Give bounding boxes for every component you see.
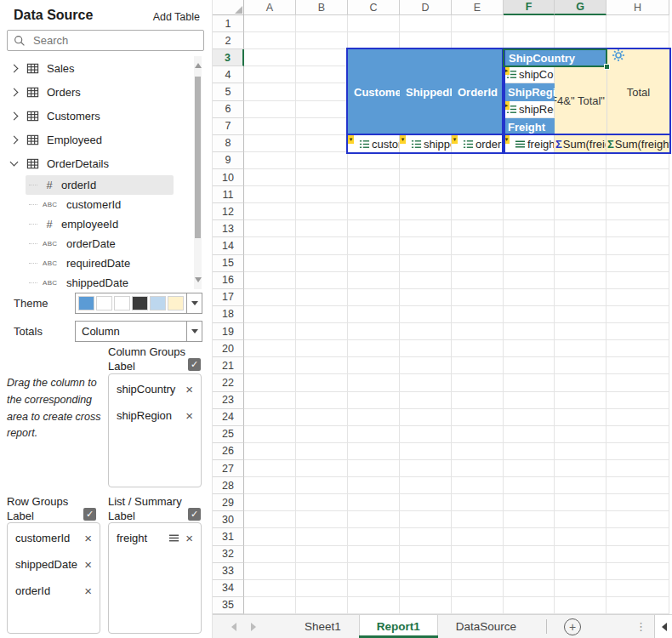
table-item-orders[interactable]: Orders <box>0 80 193 104</box>
group-chip-orderid[interactable]: orderId <box>15 582 92 599</box>
column-header-F[interactable]: F <box>504 0 555 15</box>
remove-icon[interactable] <box>84 558 92 571</box>
report-row-group-headers[interactable]: CustomerId ShippedDate OrderId <box>348 49 504 135</box>
remove-icon[interactable] <box>84 584 92 597</box>
report-header-freight[interactable]: Freight <box>504 118 555 135</box>
table-item-sales[interactable]: Sales <box>0 56 193 80</box>
chevron-right-icon[interactable] <box>10 111 19 120</box>
report-field-shipregion[interactable]: shipRegion <box>504 101 555 118</box>
row-groups-label-checkbox[interactable] <box>83 508 96 521</box>
report-field-shipcountry[interactable]: shipCountry <box>504 66 555 83</box>
row-header-14[interactable]: 14 <box>213 237 244 254</box>
next-sheet-icon[interactable] <box>251 623 260 631</box>
add-table-button[interactable]: Add Table <box>151 11 200 23</box>
theme-dropdown-button[interactable] <box>186 293 202 313</box>
row-header-12[interactable]: 12 <box>213 203 244 220</box>
report-detail-freight[interactable]: freight <box>504 135 555 152</box>
field-item-orderid[interactable]: #orderId <box>26 175 174 195</box>
remove-icon[interactable] <box>185 383 193 396</box>
totals-dropdown-button[interactable] <box>186 322 202 341</box>
tree-scrollbar[interactable] <box>194 56 202 289</box>
theme-swatch[interactable] <box>78 296 94 310</box>
row-header-28[interactable]: 28 <box>213 477 244 494</box>
scroll-up-icon[interactable] <box>195 60 202 68</box>
row-header-26[interactable]: 26 <box>213 443 244 460</box>
prev-sheet-icon[interactable] <box>227 623 236 631</box>
row-groups-box[interactable]: customerIdshippedDateorderId <box>7 522 100 634</box>
row-header-7[interactable]: 7 <box>213 118 244 135</box>
select-all-corner[interactable] <box>213 0 244 15</box>
field-item-orderdate[interactable]: ABCorderDate <box>26 234 174 253</box>
field-item-customerid[interactable]: ABCcustomerId <box>26 195 174 214</box>
column-header-B[interactable]: B <box>296 0 348 15</box>
field-item-requireddate[interactable]: ABCrequiredDate <box>26 253 174 273</box>
row-header-16[interactable]: 16 <box>213 272 244 289</box>
scrollbar-thumb[interactable] <box>195 77 201 238</box>
column-header-E[interactable]: E <box>452 0 504 15</box>
row-header-21[interactable]: 21 <box>213 357 244 374</box>
row-header-15[interactable]: 15 <box>213 255 244 272</box>
report-header-shippeddate[interactable]: ShippedDate <box>400 49 452 135</box>
add-sheet-button[interactable] <box>564 618 581 635</box>
row-header-13[interactable]: 13 <box>213 220 244 237</box>
report-detail-orderid[interactable]: orderId <box>452 135 504 152</box>
chevron-right-icon[interactable] <box>10 88 19 96</box>
group-chip-shipcountry[interactable]: shipCountry <box>117 380 193 397</box>
row-header-3[interactable]: 3 <box>213 49 244 66</box>
remove-icon[interactable] <box>185 532 193 544</box>
search-input[interactable] <box>31 33 197 48</box>
report-detail-shippeddate[interactable]: shippedDate <box>400 135 452 152</box>
row-header-30[interactable]: 30 <box>213 511 244 528</box>
row-header-10[interactable]: 10 <box>213 169 244 186</box>
row-header-11[interactable]: 11 <box>213 186 244 203</box>
remove-icon[interactable] <box>84 532 92 544</box>
row-header-4[interactable]: 4 <box>213 66 244 83</box>
field-item-shippeddate[interactable]: ABCshippedDate <box>26 273 174 293</box>
report-header-shipregion[interactable]: ShipRegion <box>504 83 555 101</box>
group-chip-freight[interactable]: freight <box>117 529 193 546</box>
row-header-20[interactable]: 20 <box>213 340 244 357</box>
column-header-D[interactable]: D <box>400 0 452 15</box>
scroll-down-icon[interactable] <box>195 277 202 286</box>
row-header-9[interactable]: 9 <box>213 152 244 169</box>
report-detail-customerid[interactable]: customerId <box>348 135 400 152</box>
row-header-32[interactable]: 32 <box>213 546 244 563</box>
report-header-orderid[interactable]: OrderId <box>452 49 504 135</box>
chevron-right-icon[interactable] <box>10 64 19 72</box>
row-header-6[interactable]: 6 <box>213 101 244 118</box>
totals-select[interactable]: Column <box>75 321 202 342</box>
table-item-customers[interactable]: Customers <box>0 104 193 128</box>
row-header-33[interactable]: 33 <box>213 563 244 580</box>
row-header-8[interactable]: 8 <box>213 135 244 152</box>
chevron-right-icon[interactable] <box>10 135 19 144</box>
row-header-27[interactable]: 27 <box>213 460 244 477</box>
theme-swatch[interactable] <box>132 296 148 310</box>
report-grand-summary[interactable]: Σ Sum(freight) <box>607 135 669 152</box>
search-box[interactable] <box>7 30 204 51</box>
column-header-C[interactable]: C <box>348 0 400 15</box>
report-group-summary[interactable]: Σ Sum(freight) <box>555 135 607 152</box>
chevron-down-icon[interactable] <box>10 158 19 167</box>
list-summary-box[interactable]: freight <box>108 522 202 634</box>
selection-fill-handle[interactable] <box>604 64 610 70</box>
column-groups-label-checkbox[interactable] <box>188 358 201 371</box>
row-header-22[interactable]: 22 <box>213 374 244 391</box>
row-header-19[interactable]: 19 <box>213 323 244 340</box>
sheet-tab-datasource[interactable]: DataSource <box>438 615 534 638</box>
summary-list-icon[interactable] <box>168 533 179 544</box>
row-header-1[interactable]: 1 <box>213 15 244 32</box>
list-summary-label-checkbox[interactable] <box>188 508 201 521</box>
report-header-customerid[interactable]: CustomerId <box>348 49 400 135</box>
table-item-orderdetails[interactable]: OrderDetails <box>0 151 193 175</box>
theme-swatch[interactable] <box>150 296 166 310</box>
report-group-total-formula[interactable]: F4&" Total" <box>555 66 607 135</box>
column-header-A[interactable]: A <box>244 0 296 15</box>
report-header-shipcountry[interactable]: ShipCountry <box>504 49 607 66</box>
row-header-34[interactable]: 34 <box>213 580 244 597</box>
row-header-17[interactable]: 17 <box>213 289 244 306</box>
theme-swatch[interactable] <box>114 296 130 310</box>
theme-picker[interactable] <box>75 293 202 314</box>
row-header-2[interactable]: 2 <box>213 32 244 49</box>
row-header-35[interactable]: 35 <box>213 597 244 614</box>
row-header-25[interactable]: 25 <box>213 426 244 443</box>
